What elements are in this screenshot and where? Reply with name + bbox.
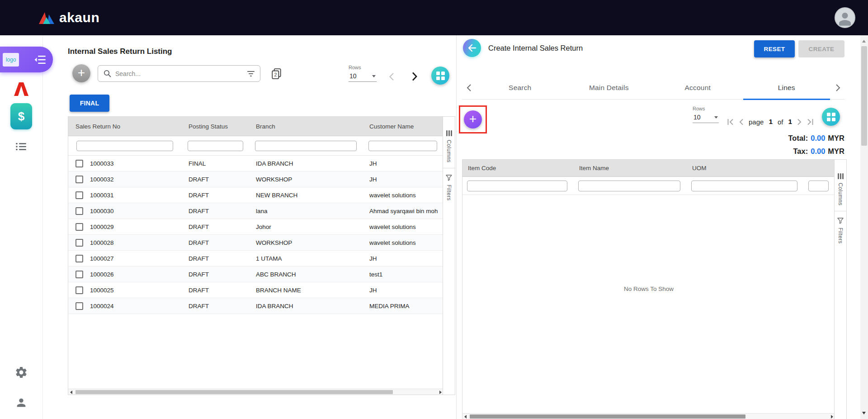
table-row[interactable]: 1000026 DRAFT ABC BRANCH test1 (68, 267, 443, 282)
final-filter-button[interactable]: FINAL (70, 95, 109, 112)
cell-branch: NEW BRANCH (250, 192, 363, 199)
lines-grid-view-button[interactable] (822, 108, 840, 126)
scrollbar-thumb[interactable] (861, 46, 867, 146)
panel-divider (456, 35, 457, 419)
grid-view-button[interactable] (431, 67, 449, 85)
header-uom[interactable]: UOM (687, 165, 804, 171)
row-checkbox[interactable] (75, 176, 83, 183)
user-avatar[interactable] (835, 7, 855, 28)
add-sales-return-button[interactable]: + (72, 64, 90, 82)
table-row[interactable]: 1000030 DRAFT lana Ahmad syarqawi bin mo… (68, 203, 443, 219)
tab-search[interactable]: Search (476, 76, 565, 100)
prev-page-button[interactable] (739, 119, 744, 125)
columns-panel-toggle[interactable]: Columns (443, 117, 455, 168)
filters-panel-toggle[interactable]: Filters (443, 168, 455, 206)
profile-icon[interactable] (15, 396, 28, 409)
add-line-item-button[interactable]: + (464, 110, 482, 129)
tab-account[interactable]: Account (653, 76, 742, 100)
cell-customer-name: JH (363, 176, 443, 183)
scroll-right-icon[interactable] (439, 390, 442, 394)
arrow-left-icon (467, 44, 476, 52)
last-page-button[interactable] (807, 119, 814, 125)
menu-toggle-icon[interactable] (34, 55, 46, 64)
row-checkbox[interactable] (75, 160, 83, 167)
table-row[interactable]: 1000027 DRAFT 1 UTAMA JH (68, 251, 443, 267)
page-current: 1 (769, 118, 773, 126)
header-customer-name[interactable]: Customer Name (363, 123, 443, 130)
table-row[interactable]: 1000028 DRAFT WORKSHOP wavelet solutions (68, 235, 443, 251)
listing-horizontal-scrollbar[interactable] (68, 389, 443, 395)
row-checkbox[interactable] (75, 302, 83, 310)
scrollbar-thumb[interactable] (470, 414, 745, 419)
first-page-button[interactable] (727, 119, 734, 125)
sidebar-app-red-icon[interactable] (13, 81, 30, 97)
row-checkbox[interactable] (75, 255, 83, 262)
header-item-code[interactable]: Item Code (462, 165, 574, 171)
back-button[interactable] (463, 39, 481, 57)
header-posting-status[interactable]: Posting Status (182, 123, 250, 130)
row-checkbox[interactable] (75, 223, 83, 231)
search-input[interactable] (115, 70, 243, 77)
next-page-button[interactable] (797, 119, 802, 125)
scroll-left-icon[interactable] (70, 390, 72, 394)
filter-item-code-input[interactable] (467, 181, 567, 191)
columns-panel-toggle[interactable]: Columns (835, 160, 846, 211)
table-row[interactable]: 1000031 DRAFT NEW BRANCH wavelet solutio… (68, 187, 443, 203)
listing-search-box (98, 65, 260, 82)
filter-uom-input[interactable] (691, 181, 797, 191)
sidebar-app-accounting-icon[interactable]: $ (10, 103, 32, 129)
filter-extra-input[interactable] (808, 181, 829, 191)
row-checkbox[interactable] (75, 271, 83, 278)
filter-customer-name-input[interactable] (368, 141, 437, 151)
filter-item-name-input[interactable] (578, 181, 680, 191)
brand-triangle-icon (38, 10, 55, 25)
brand-logo[interactable]: akaun (38, 10, 99, 25)
lines-horizontal-scrollbar[interactable] (462, 413, 835, 419)
table-row[interactable]: 1000024 DRAFT IDA BRANCH MEDIA PRIMA (68, 298, 443, 314)
next-page-button[interactable] (411, 71, 418, 81)
row-checkbox[interactable] (75, 286, 83, 294)
lines-rows-per-page-select[interactable]: Rows 10 (693, 106, 719, 123)
filter-branch-input[interactable] (255, 141, 357, 151)
row-checkbox[interactable] (75, 207, 83, 215)
scroll-down-icon[interactable] (862, 412, 866, 416)
create-button[interactable]: CREATE (798, 40, 844, 57)
row-checkbox[interactable] (75, 191, 83, 199)
header-sales-return-no[interactable]: Sales Return No (68, 123, 182, 130)
total-currency: MYR (828, 134, 844, 143)
cell-branch: IDA BRANCH (250, 160, 363, 167)
tabs-scroll-left-icon[interactable] (462, 84, 476, 92)
filter-lines-icon[interactable] (247, 71, 255, 76)
table-row[interactable]: 1000032 DRAFT WORKSHOP JH (68, 171, 443, 187)
scrollbar-thumb[interactable] (75, 390, 393, 394)
header-item-name[interactable]: Item Name (574, 165, 687, 171)
tab-main-details[interactable]: Main Details (565, 76, 654, 100)
funnel-icon (837, 218, 844, 224)
tabs-scroll-right-icon[interactable] (831, 84, 844, 92)
rows-label: Rows (349, 65, 377, 70)
cell-sales-return-no: 1000032 (90, 176, 114, 183)
cell-sales-return-no: 1000031 (90, 192, 114, 199)
settings-gear-icon[interactable] (14, 366, 28, 379)
tax-amount: Tax: 0.00 MYR (793, 147, 845, 156)
table-row[interactable]: 1000025 DRAFT BRANCH NAME JH (68, 282, 443, 298)
prev-page-button[interactable] (389, 72, 394, 81)
scroll-up-icon[interactable] (862, 38, 866, 43)
table-row[interactable]: 1000033 FINAL IDA BRANCH JH (68, 156, 443, 171)
header-branch[interactable]: Branch (250, 123, 363, 130)
duplicate-view-icon[interactable]: 2 (271, 68, 282, 80)
page-vertical-scrollbar[interactable] (860, 35, 868, 419)
sidebar-logo-pill[interactable]: logo (0, 47, 53, 72)
filter-posting-status-input[interactable] (188, 141, 243, 151)
filter-sales-return-no-input[interactable] (76, 141, 173, 151)
reset-button[interactable]: RESET (754, 40, 795, 57)
table-row[interactable]: 1000029 DRAFT Johor wavelet solutions (68, 219, 443, 235)
tab-lines[interactable]: Lines (742, 76, 831, 100)
cell-posting-status: DRAFT (182, 271, 250, 278)
filters-panel-toggle[interactable]: Filters (835, 211, 846, 249)
scroll-right-icon[interactable] (831, 415, 833, 419)
rows-per-page-select[interactable]: Rows 10 (349, 65, 377, 82)
sidebar-menu-list-icon[interactable] (16, 143, 27, 151)
row-checkbox[interactable] (75, 239, 83, 247)
scroll-left-icon[interactable] (464, 415, 467, 419)
